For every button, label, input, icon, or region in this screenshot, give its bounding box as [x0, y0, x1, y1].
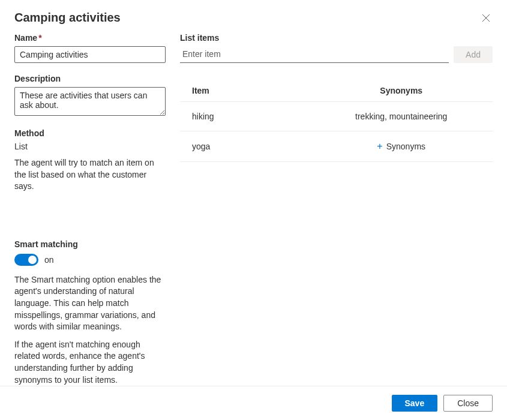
name-label-text: Name [14, 33, 37, 43]
dialog-content: Name* Description Method List The agent … [0, 31, 507, 386]
list-items-table: Item Synonyms hiking trekking, mountaine… [180, 80, 493, 162]
synonyms-text: trekking, mountaineering [355, 112, 447, 121]
smart-matching-state: on [44, 255, 54, 265]
description-textarea[interactable] [14, 87, 166, 116]
table-header: Item Synonyms [180, 80, 493, 102]
synonyms-cell[interactable]: trekking, mountaineering [322, 112, 481, 121]
enter-item-row: Add [180, 46, 493, 63]
entity-dialog: Camping activities Name* Description Met… [0, 0, 507, 420]
plus-icon: + [377, 141, 382, 152]
toggle-knob [28, 256, 37, 264]
item-cell: yoga [192, 142, 322, 151]
smart-matching-help-2: If the agent isn't matching enough relat… [14, 339, 166, 386]
method-value: List [14, 142, 166, 151]
required-asterisk: * [38, 33, 41, 43]
table-row[interactable]: hiking trekking, mountaineering [180, 102, 493, 131]
header-item: Item [192, 86, 322, 95]
left-column: Name* Description Method List The agent … [14, 31, 166, 386]
close-button[interactable]: Close [443, 395, 493, 412]
list-items-label: List items [180, 33, 493, 43]
dialog-header: Camping activities [0, 0, 507, 31]
item-cell: hiking [192, 112, 322, 121]
dialog-footer: Save Close [0, 386, 507, 420]
name-input[interactable] [14, 46, 166, 63]
synonyms-cell[interactable]: + Synonyms [322, 141, 481, 152]
smart-matching-toggle[interactable] [14, 254, 38, 266]
close-icon-button[interactable] [479, 11, 493, 25]
smart-matching-help-1: The Smart matching option enables the ag… [14, 274, 166, 333]
description-label: Description [14, 74, 166, 83]
enter-item-input[interactable] [180, 46, 449, 63]
name-label: Name* [14, 33, 166, 43]
close-icon [482, 14, 490, 22]
header-synonyms: Synonyms [322, 86, 481, 95]
add-button[interactable]: Add [454, 46, 493, 63]
dialog-title: Camping activities [14, 11, 121, 25]
right-column: List items Add Item Synonyms hiking trek… [180, 31, 493, 386]
save-button[interactable]: Save [392, 395, 438, 412]
smart-matching-label: Smart matching [14, 239, 166, 249]
method-label: Method [14, 128, 166, 138]
smart-matching-section: Smart matching on The Smart matching opt… [14, 239, 166, 386]
method-help-text: The agent will try to match an item on t… [14, 157, 166, 193]
synonyms-placeholder: Synonyms [386, 142, 425, 151]
smart-matching-toggle-row: on [14, 254, 166, 266]
table-row[interactable]: yoga + Synonyms [180, 131, 493, 162]
